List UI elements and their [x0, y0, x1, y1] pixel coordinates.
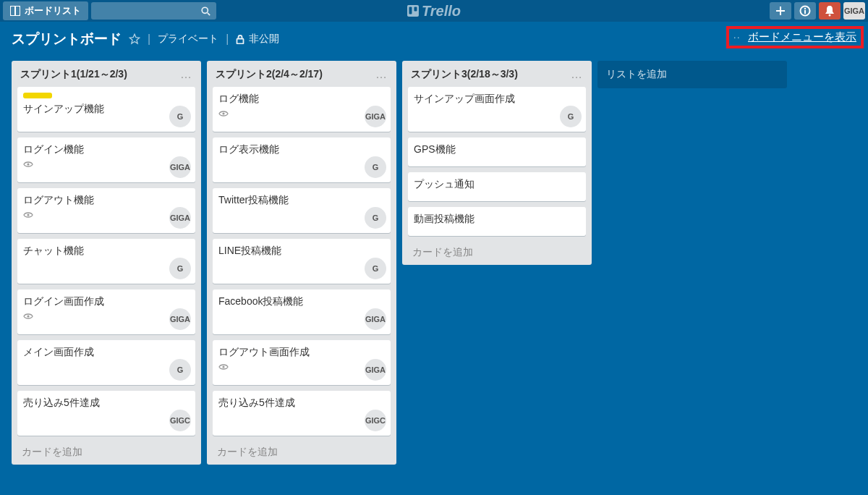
svg-point-15 [27, 213, 29, 216]
list: スプリント3(2/18～3/3)…サインアップ画面作成GGPS機能プッシュ通知動… [402, 61, 592, 265]
svg-line-3 [208, 12, 210, 14]
svg-rect-6 [414, 7, 417, 12]
lock-icon [236, 35, 244, 44]
svg-point-17 [222, 112, 224, 114]
search-icon [201, 7, 210, 16]
card-title: ログ機能 [218, 93, 385, 106]
add-list-button[interactable]: リストを追加 [597, 61, 787, 88]
card-member-avatar[interactable]: G [169, 359, 191, 381]
card[interactable]: ログイン画面作成GIGA [17, 289, 195, 334]
card-member-avatar[interactable]: G [365, 207, 386, 229]
svg-point-16 [27, 315, 29, 317]
visibility-button[interactable]: 非公開 [236, 33, 279, 46]
board-name[interactable]: スプリントボード [12, 30, 122, 48]
card-title: サインアップ機能 [23, 103, 190, 116]
card[interactable]: ログイン機能GIGA [17, 138, 195, 182]
subscribe-icon [23, 161, 33, 168]
card-title: ログイン画面作成 [23, 295, 190, 308]
bell-icon [825, 5, 835, 17]
info-button[interactable] [794, 2, 816, 20]
boards-icon [10, 6, 20, 16]
card[interactable]: 売り込み5件達成GIGC [213, 391, 391, 436]
card-member-avatar[interactable]: G [169, 258, 191, 279]
card-member-avatar[interactable]: GIGA [169, 308, 191, 330]
card-member-avatar[interactable]: GIGA [169, 156, 191, 178]
svg-point-2 [202, 7, 208, 13]
card[interactable]: LINE投稿機能G [213, 239, 391, 284]
add-card-button[interactable]: カードを追加 [405, 242, 589, 259]
card-member-avatar[interactable]: G [365, 156, 386, 178]
card[interactable]: プッシュ通知 [408, 172, 586, 201]
list-header: スプリント2(2/4～2/17)… [210, 64, 393, 87]
svg-point-10 [804, 8, 806, 9]
app-logo[interactable]: Trello [407, 3, 461, 20]
info-icon [799, 5, 811, 17]
search-input[interactable] [91, 2, 216, 20]
card[interactable]: サインアップ機能G [17, 87, 195, 132]
plus-icon [775, 6, 786, 16]
add-card-button[interactable]: カードを追加 [14, 441, 198, 459]
list-title[interactable]: スプリント3(2/18～3/3) [411, 68, 571, 81]
show-menu-link[interactable]: ボードメニューを表示 [748, 30, 856, 43]
card-member-avatar[interactable]: G [560, 106, 582, 127]
list-menu-button[interactable]: … [571, 68, 583, 81]
card-member-avatar[interactable]: GIGA [365, 106, 386, 127]
card-title: ログアウト機能 [23, 194, 190, 207]
boards-button[interactable]: ボードリスト [3, 1, 88, 20]
card-title: ログ表示機能 [218, 143, 385, 156]
card-member-avatar[interactable]: GIGA [365, 359, 386, 381]
notifications-button[interactable] [819, 2, 841, 20]
card[interactable]: サインアップ画面作成G [408, 87, 586, 132]
card[interactable]: ログアウト機能GIGA [17, 188, 195, 233]
list-title[interactable]: スプリント1(1/21～2/3) [20, 68, 180, 81]
card-member-avatar[interactable]: GIGC [169, 410, 191, 431]
card-member-avatar[interactable]: GIGA [169, 207, 191, 229]
card-member-avatar[interactable]: GIGA [365, 308, 386, 330]
ellipsis-icon: ·· [733, 31, 741, 43]
card[interactable]: 売り込み5件達成GIGC [17, 391, 195, 436]
card-title: 売り込み5件達成 [218, 397, 385, 410]
card[interactable]: メイン画面作成G [17, 340, 195, 385]
card[interactable]: ログ表示機能G [213, 138, 391, 182]
card[interactable]: 動画投稿機能 [408, 207, 586, 236]
star-button[interactable] [129, 33, 140, 45]
card-title: 動画投稿機能 [414, 213, 580, 226]
card-title: チャット機能 [23, 245, 190, 258]
card-title: プッシュ通知 [414, 178, 580, 191]
card-title: メイン画面作成 [23, 346, 190, 359]
list-header: スプリント3(2/18～3/3)… [405, 64, 589, 87]
card-title: ログアウト画面作成 [218, 346, 385, 359]
card[interactable]: チャット機能G [17, 239, 195, 284]
card[interactable]: Twitter投稿機能G [213, 188, 391, 233]
logo-text: Trello [422, 3, 461, 20]
svg-point-14 [27, 163, 29, 165]
create-button[interactable] [770, 2, 791, 20]
list-header: スプリント1(1/21～2/3)… [14, 64, 198, 87]
card[interactable]: Facebook投稿機能GIGA [213, 289, 391, 334]
svg-point-18 [222, 365, 224, 368]
show-menu-highlight: ·· ボードメニューを表示 [726, 26, 864, 48]
svg-point-12 [829, 14, 831, 17]
subscribe-icon [23, 313, 33, 320]
private-button[interactable]: プライベート [158, 33, 218, 46]
boards-button-label: ボードリスト [25, 4, 81, 17]
list-menu-button[interactable]: … [375, 68, 388, 81]
list-menu-button[interactable]: … [180, 68, 192, 81]
card-title: LINE投稿機能 [218, 245, 385, 258]
card-title: Twitter投稿機能 [218, 194, 385, 207]
user-avatar[interactable]: GIGA [843, 2, 865, 20]
list-title[interactable]: スプリント2(2/4～2/17) [216, 68, 375, 81]
svg-rect-5 [409, 7, 412, 14]
card-member-avatar[interactable]: G [169, 106, 191, 127]
card[interactable]: ログ機能GIGA [213, 87, 391, 132]
card-member-avatar[interactable]: GIGC [365, 410, 386, 431]
subscribe-icon [218, 110, 229, 117]
card-member-avatar[interactable]: G [365, 258, 386, 279]
card[interactable]: GPS機能 [408, 138, 586, 166]
subscribe-icon [218, 363, 229, 371]
add-card-button[interactable]: カードを追加 [210, 441, 393, 459]
list: スプリント1(1/21～2/3)…サインアップ機能Gログイン機能GIGAログアウ… [12, 61, 201, 465]
card[interactable]: ログアウト画面作成GIGA [213, 340, 391, 385]
star-icon [129, 33, 140, 45]
logo-icon [407, 5, 419, 17]
